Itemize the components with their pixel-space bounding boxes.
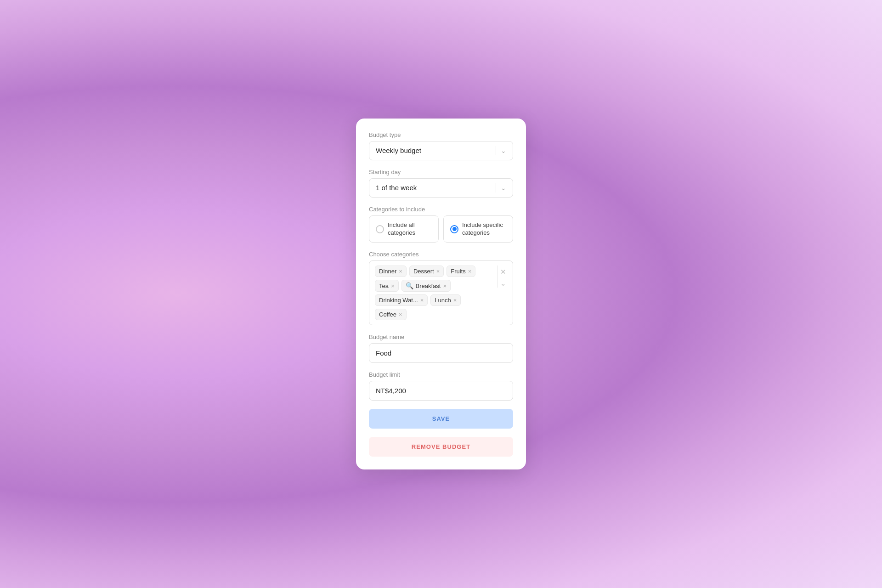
tag-label-drinking-water: Drinking Wat... bbox=[379, 297, 418, 304]
tag-label-dinner: Dinner bbox=[379, 268, 396, 275]
tag-tea: Tea× bbox=[375, 280, 399, 292]
starting-day-section: Starting day 1 of the week ⌄ bbox=[369, 169, 513, 198]
radio-group: Include all categories Include specific … bbox=[369, 215, 513, 243]
budget-type-select[interactable]: Weekly budget ⌄ bbox=[369, 141, 513, 160]
starting-day-value: 1 of the week bbox=[376, 184, 417, 192]
tag-remove-tea[interactable]: × bbox=[391, 283, 395, 289]
categories-include-section: Categories to include Include all catego… bbox=[369, 206, 513, 243]
radio-option-all[interactable]: Include all categories bbox=[369, 215, 439, 243]
tag-label-dessert: Dessert bbox=[413, 268, 434, 275]
tag-remove-dessert[interactable]: × bbox=[436, 268, 440, 274]
tag-breakfast: 🔍Breakfast× bbox=[401, 280, 451, 292]
clear-categories-button[interactable]: ✕ bbox=[499, 267, 507, 276]
budget-limit-input[interactable] bbox=[369, 381, 513, 401]
tag-fruits: Fruits× bbox=[447, 266, 475, 277]
tag-lunch: Lunch× bbox=[430, 294, 461, 306]
budget-name-label: Budget name bbox=[369, 334, 513, 340]
select-divider-2 bbox=[496, 183, 496, 192]
tag-remove-fruits[interactable]: × bbox=[468, 268, 472, 274]
budget-limit-label: Budget limit bbox=[369, 371, 513, 378]
tag-icon-breakfast: 🔍 bbox=[406, 282, 413, 289]
tag-dinner: Dinner× bbox=[375, 266, 407, 277]
tag-label-tea: Tea bbox=[379, 283, 389, 289]
budget-type-label: Budget type bbox=[369, 131, 513, 138]
starting-day-select[interactable]: 1 of the week ⌄ bbox=[369, 178, 513, 198]
chevron-down-icon: ⌄ bbox=[501, 147, 506, 154]
expand-categories-button[interactable]: ⌄ bbox=[499, 279, 507, 288]
radio-label-all: Include all categories bbox=[388, 221, 432, 237]
radio-circle-all bbox=[376, 225, 384, 233]
select-divider bbox=[496, 146, 496, 155]
tag-label-lunch: Lunch bbox=[435, 297, 451, 304]
tag-label-breakfast: Breakfast bbox=[416, 283, 441, 289]
tag-remove-coffee[interactable]: × bbox=[399, 311, 402, 317]
remove-budget-button[interactable]: REMOVE BUDGET bbox=[369, 437, 513, 457]
radio-circle-specific bbox=[450, 225, 458, 233]
save-button[interactable]: SAVE bbox=[369, 409, 513, 429]
tag-remove-drinking-water[interactable]: × bbox=[420, 297, 424, 303]
budget-form-card: Budget type Weekly budget ⌄ Starting day… bbox=[356, 119, 526, 470]
categories-box[interactable]: Dinner×Dessert×Fruits×Tea×🔍Breakfast×Dri… bbox=[369, 260, 513, 325]
tag-dessert: Dessert× bbox=[409, 266, 444, 277]
categories-controls: ✕ ⌄ bbox=[497, 266, 507, 288]
tag-remove-lunch[interactable]: × bbox=[453, 297, 457, 303]
starting-day-label: Starting day bbox=[369, 169, 513, 175]
tag-drinking-water: Drinking Wat...× bbox=[375, 294, 428, 306]
tags-area: Dinner×Dessert×Fruits×Tea×🔍Breakfast×Dri… bbox=[375, 266, 492, 320]
tag-remove-breakfast[interactable]: × bbox=[443, 283, 447, 289]
radio-option-specific[interactable]: Include specific categories bbox=[443, 215, 513, 243]
budget-limit-section: Budget limit bbox=[369, 371, 513, 401]
budget-type-section: Budget type Weekly budget ⌄ bbox=[369, 131, 513, 160]
tag-label-coffee: Coffee bbox=[379, 311, 396, 318]
tag-label-fruits: Fruits bbox=[451, 268, 466, 275]
tag-remove-dinner[interactable]: × bbox=[399, 268, 402, 274]
chevron-down-icon-2: ⌄ bbox=[501, 184, 506, 192]
tag-coffee: Coffee× bbox=[375, 309, 407, 320]
radio-label-specific: Include specific categories bbox=[462, 221, 506, 237]
choose-categories-label: Choose categories bbox=[369, 251, 513, 258]
budget-name-section: Budget name bbox=[369, 334, 513, 363]
budget-type-value: Weekly budget bbox=[376, 147, 421, 154]
choose-categories-section: Choose categories Dinner×Dessert×Fruits×… bbox=[369, 251, 513, 325]
budget-name-input[interactable] bbox=[369, 343, 513, 363]
categories-include-label: Categories to include bbox=[369, 206, 513, 213]
